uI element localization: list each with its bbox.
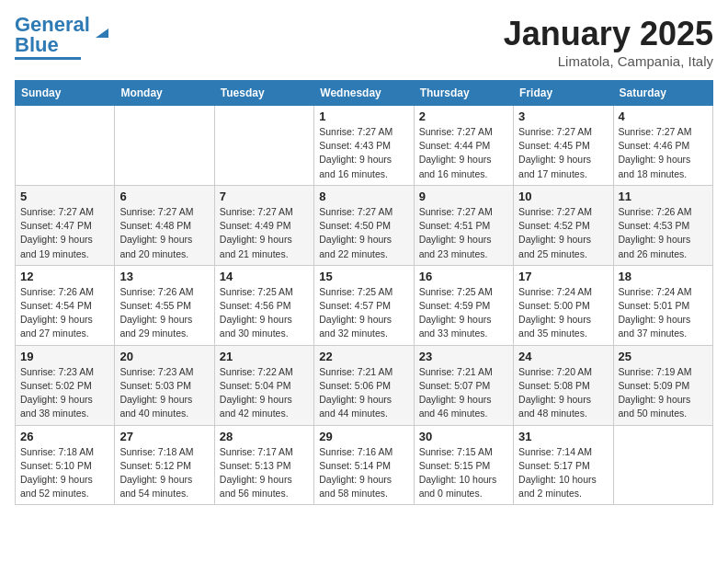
day-number: 26 xyxy=(20,430,109,443)
day-info: Sunrise: 7:26 AM Sunset: 4:55 PM Dayligh… xyxy=(119,285,209,341)
day-info: Sunrise: 7:27 AM Sunset: 4:49 PM Dayligh… xyxy=(220,205,309,261)
day-info: Sunrise: 7:27 AM Sunset: 4:51 PM Dayligh… xyxy=(419,205,508,261)
day-number: 5 xyxy=(20,190,109,203)
calendar-cell: 9Sunrise: 7:27 AM Sunset: 4:51 PM Daylig… xyxy=(414,185,513,265)
day-number: 23 xyxy=(419,350,508,363)
day-info: Sunrise: 7:21 AM Sunset: 5:07 PM Dayligh… xyxy=(419,365,508,421)
day-info: Sunrise: 7:25 AM Sunset: 4:59 PM Dayligh… xyxy=(419,285,508,341)
day-info: Sunrise: 7:24 AM Sunset: 5:00 PM Dayligh… xyxy=(518,285,608,341)
calendar-cell: 4Sunrise: 7:27 AM Sunset: 4:46 PM Daylig… xyxy=(613,106,712,186)
weekday-header-saturday: Saturday xyxy=(613,81,712,106)
calendar-table: SundayMondayTuesdayWednesdayThursdayFrid… xyxy=(15,80,713,505)
calendar-cell: 14Sunrise: 7:25 AM Sunset: 4:56 PM Dayli… xyxy=(214,265,313,345)
calendar-cell: 26Sunrise: 7:18 AM Sunset: 5:10 PM Dayli… xyxy=(16,425,115,505)
day-info: Sunrise: 7:26 AM Sunset: 4:54 PM Dayligh… xyxy=(20,285,109,341)
day-info: Sunrise: 7:27 AM Sunset: 4:43 PM Dayligh… xyxy=(319,125,408,181)
day-info: Sunrise: 7:27 AM Sunset: 4:45 PM Dayligh… xyxy=(518,125,608,181)
calendar-cell: 25Sunrise: 7:19 AM Sunset: 5:09 PM Dayli… xyxy=(613,345,712,425)
calendar-week-2: 5Sunrise: 7:27 AM Sunset: 4:47 PM Daylig… xyxy=(16,185,713,265)
calendar-cell: 29Sunrise: 7:16 AM Sunset: 5:14 PM Dayli… xyxy=(314,425,414,505)
calendar-cell: 24Sunrise: 7:20 AM Sunset: 5:08 PM Dayli… xyxy=(514,345,613,425)
day-number: 10 xyxy=(518,190,608,203)
day-number: 30 xyxy=(419,430,508,443)
calendar-cell: 5Sunrise: 7:27 AM Sunset: 4:47 PM Daylig… xyxy=(16,185,115,265)
calendar-cell: 10Sunrise: 7:27 AM Sunset: 4:52 PM Dayli… xyxy=(514,185,613,265)
calendar-cell: 30Sunrise: 7:15 AM Sunset: 5:15 PM Dayli… xyxy=(414,425,513,505)
day-number: 4 xyxy=(619,109,708,123)
calendar-week-5: 26Sunrise: 7:18 AM Sunset: 5:10 PM Dayli… xyxy=(16,425,713,505)
calendar-cell xyxy=(613,425,712,505)
day-info: Sunrise: 7:27 AM Sunset: 4:48 PM Dayligh… xyxy=(119,205,209,261)
calendar-cell: 31Sunrise: 7:14 AM Sunset: 5:17 PM Dayli… xyxy=(514,425,613,505)
calendar-cell: 13Sunrise: 7:26 AM Sunset: 4:55 PM Dayli… xyxy=(115,265,214,345)
day-info: Sunrise: 7:18 AM Sunset: 5:12 PM Dayligh… xyxy=(119,445,209,501)
calendar-cell: 15Sunrise: 7:25 AM Sunset: 4:57 PM Dayli… xyxy=(314,265,414,345)
day-number: 18 xyxy=(619,270,708,283)
weekday-header-sunday: Sunday xyxy=(16,81,115,106)
day-info: Sunrise: 7:25 AM Sunset: 4:56 PM Dayligh… xyxy=(220,285,309,341)
day-number: 13 xyxy=(119,270,209,283)
month-title: January 2025 xyxy=(504,15,713,53)
day-info: Sunrise: 7:20 AM Sunset: 5:08 PM Dayligh… xyxy=(518,365,608,421)
day-number: 19 xyxy=(20,350,109,363)
day-info: Sunrise: 7:27 AM Sunset: 4:44 PM Dayligh… xyxy=(419,125,508,181)
calendar-cell: 18Sunrise: 7:24 AM Sunset: 5:01 PM Dayli… xyxy=(613,265,712,345)
weekday-header-monday: Monday xyxy=(115,81,214,106)
day-number: 14 xyxy=(220,270,309,283)
weekday-header-friday: Friday xyxy=(514,81,613,106)
logo-text: GeneralBlue xyxy=(15,15,90,55)
day-number: 7 xyxy=(220,190,309,203)
calendar-cell: 21Sunrise: 7:22 AM Sunset: 5:04 PM Dayli… xyxy=(214,345,313,425)
day-number: 9 xyxy=(419,190,508,203)
calendar-cell xyxy=(16,106,115,186)
calendar-cell: 20Sunrise: 7:23 AM Sunset: 5:03 PM Dayli… xyxy=(115,345,214,425)
weekday-header-wednesday: Wednesday xyxy=(314,81,414,106)
calendar-cell xyxy=(214,106,313,186)
calendar-cell: 17Sunrise: 7:24 AM Sunset: 5:00 PM Dayli… xyxy=(514,265,613,345)
day-info: Sunrise: 7:22 AM Sunset: 5:04 PM Dayligh… xyxy=(220,365,309,421)
day-info: Sunrise: 7:19 AM Sunset: 5:09 PM Dayligh… xyxy=(619,365,708,421)
day-info: Sunrise: 7:14 AM Sunset: 5:17 PM Dayligh… xyxy=(518,445,608,501)
day-info: Sunrise: 7:27 AM Sunset: 4:46 PM Dayligh… xyxy=(619,125,708,181)
calendar-cell: 23Sunrise: 7:21 AM Sunset: 5:07 PM Dayli… xyxy=(414,345,513,425)
day-number: 12 xyxy=(20,270,109,283)
day-number: 6 xyxy=(119,190,209,203)
calendar-cell: 11Sunrise: 7:26 AM Sunset: 4:53 PM Dayli… xyxy=(613,185,712,265)
calendar-cell: 3Sunrise: 7:27 AM Sunset: 4:45 PM Daylig… xyxy=(514,106,613,186)
calendar-cell: 1Sunrise: 7:27 AM Sunset: 4:43 PM Daylig… xyxy=(314,106,414,186)
calendar-cell: 2Sunrise: 7:27 AM Sunset: 4:44 PM Daylig… xyxy=(414,106,513,186)
day-info: Sunrise: 7:17 AM Sunset: 5:13 PM Dayligh… xyxy=(220,445,309,501)
day-number: 17 xyxy=(518,270,608,283)
day-number: 1 xyxy=(319,109,408,123)
calendar-cell: 28Sunrise: 7:17 AM Sunset: 5:13 PM Dayli… xyxy=(214,425,313,505)
svg-marker-0 xyxy=(96,29,108,38)
calendar-cell: 22Sunrise: 7:21 AM Sunset: 5:06 PM Dayli… xyxy=(314,345,414,425)
day-info: Sunrise: 7:23 AM Sunset: 5:02 PM Dayligh… xyxy=(20,365,109,421)
logo: GeneralBlue xyxy=(15,15,112,60)
day-number: 24 xyxy=(518,350,608,363)
day-number: 28 xyxy=(220,430,309,443)
calendar-header-row: SundayMondayTuesdayWednesdayThursdayFrid… xyxy=(16,81,713,106)
day-info: Sunrise: 7:27 AM Sunset: 4:50 PM Dayligh… xyxy=(319,205,408,261)
day-number: 15 xyxy=(319,270,408,283)
calendar-cell: 8Sunrise: 7:27 AM Sunset: 4:50 PM Daylig… xyxy=(314,185,414,265)
day-number: 16 xyxy=(419,270,508,283)
day-info: Sunrise: 7:15 AM Sunset: 5:15 PM Dayligh… xyxy=(419,445,508,501)
day-info: Sunrise: 7:21 AM Sunset: 5:06 PM Dayligh… xyxy=(319,365,408,421)
day-number: 3 xyxy=(518,109,608,123)
logo-icon xyxy=(92,21,112,41)
calendar-cell: 19Sunrise: 7:23 AM Sunset: 5:02 PM Dayli… xyxy=(16,345,115,425)
weekday-header-thursday: Thursday xyxy=(414,81,513,106)
calendar-week-4: 19Sunrise: 7:23 AM Sunset: 5:02 PM Dayli… xyxy=(16,345,713,425)
day-info: Sunrise: 7:16 AM Sunset: 5:14 PM Dayligh… xyxy=(319,445,408,501)
calendar-cell: 7Sunrise: 7:27 AM Sunset: 4:49 PM Daylig… xyxy=(214,185,313,265)
calendar-week-3: 12Sunrise: 7:26 AM Sunset: 4:54 PM Dayli… xyxy=(16,265,713,345)
day-number: 11 xyxy=(619,190,708,203)
calendar-cell: 12Sunrise: 7:26 AM Sunset: 4:54 PM Dayli… xyxy=(16,265,115,345)
logo-underline xyxy=(15,57,81,60)
day-info: Sunrise: 7:23 AM Sunset: 5:03 PM Dayligh… xyxy=(119,365,209,421)
location-subtitle: Limatola, Campania, Italy xyxy=(504,53,713,69)
day-number: 27 xyxy=(119,430,209,443)
calendar-cell: 6Sunrise: 7:27 AM Sunset: 4:48 PM Daylig… xyxy=(115,185,214,265)
day-info: Sunrise: 7:26 AM Sunset: 4:53 PM Dayligh… xyxy=(619,205,708,261)
